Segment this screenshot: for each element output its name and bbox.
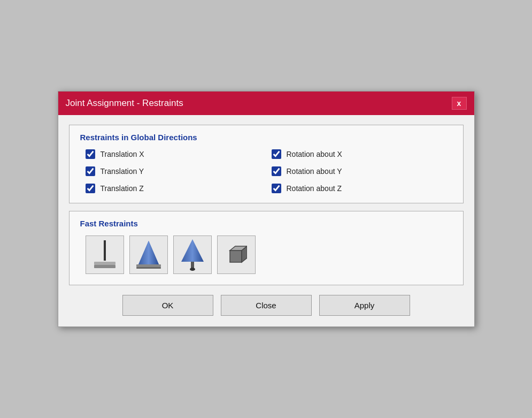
checkbox-trans-y[interactable]: Translation Y — [86, 166, 266, 176]
svg-rect-5 — [136, 264, 161, 267]
svg-rect-1 — [94, 265, 115, 268]
pin-vertical-button[interactable] — [86, 235, 124, 274]
trans-y-checkbox[interactable] — [86, 166, 95, 176]
ok-button[interactable]: OK — [122, 295, 213, 316]
svg-rect-10 — [230, 250, 242, 262]
trans-x-checkbox[interactable] — [86, 149, 95, 159]
trans-z-checkbox[interactable] — [86, 184, 95, 193]
fast-restraints-title: Fast Restraints — [80, 219, 452, 228]
trans-y-label: Translation Y — [101, 167, 144, 176]
title-bar: Joint Assignment - Restraints x — [58, 92, 474, 115]
apply-button[interactable]: Apply — [319, 295, 410, 316]
rot-y-checkbox[interactable] — [272, 166, 281, 176]
rot-x-checkbox[interactable] — [272, 149, 281, 159]
rot-x-label: Rotation about X — [287, 150, 342, 158]
checkbox-trans-x[interactable]: Translation X — [86, 149, 266, 159]
cube-button[interactable] — [217, 235, 256, 274]
svg-rect-6 — [136, 267, 161, 269]
svg-rect-0 — [104, 240, 106, 261]
pyramid-pin-button[interactable] — [173, 235, 212, 274]
fast-restraints-icons — [80, 235, 452, 274]
dialog-body: Restraints in Global Directions Translat… — [58, 115, 474, 326]
pyramid-pin-icon — [178, 238, 207, 271]
svg-point-9 — [190, 268, 195, 271]
pyramid-base-icon — [134, 239, 163, 271]
dialog-title: Joint Assignment - Restraints — [66, 98, 183, 109]
checkbox-trans-z[interactable]: Translation Z — [86, 184, 266, 193]
checkbox-rot-z[interactable]: Rotation about Z — [272, 184, 452, 193]
trans-x-label: Translation X — [101, 150, 144, 158]
pyramid-base-button[interactable] — [129, 235, 168, 274]
svg-marker-7 — [181, 239, 204, 262]
checkbox-rot-x[interactable]: Rotation about X — [272, 149, 452, 159]
checkbox-rot-y[interactable]: Rotation about Y — [272, 166, 452, 176]
dialog-close-button[interactable]: Close — [221, 295, 312, 316]
svg-rect-2 — [94, 262, 115, 265]
rot-y-label: Rotation about Y — [287, 167, 342, 176]
trans-z-label: Translation Z — [101, 184, 144, 193]
restraints-section-title: Restraints in Global Directions — [80, 133, 452, 142]
rot-z-checkbox[interactable] — [272, 184, 281, 193]
dialog-buttons: OK Close Apply — [69, 295, 464, 318]
close-icon[interactable]: x — [452, 97, 467, 110]
dialog: Joint Assignment - Restraints x Restrain… — [58, 91, 475, 327]
pin-vertical-icon — [91, 239, 119, 270]
fast-restraints-section: Fast Restraints — [69, 211, 464, 285]
svg-marker-4 — [138, 241, 159, 264]
rot-z-label: Rotation about Z — [287, 184, 342, 193]
checkboxes-grid: Translation X Rotation about X Translati… — [80, 149, 452, 193]
restraints-section: Restraints in Global Directions Translat… — [69, 125, 464, 203]
cube-icon — [226, 244, 247, 265]
